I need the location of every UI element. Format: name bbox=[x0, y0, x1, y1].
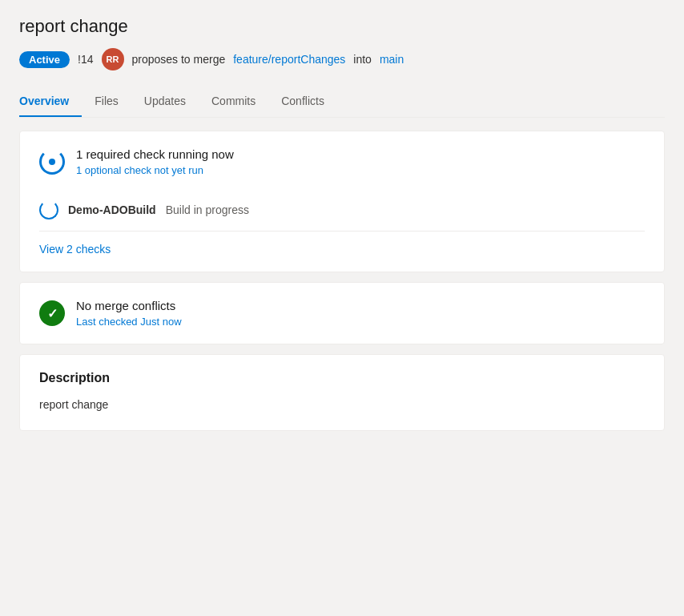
header-row: Active !14 RR proposes to merge feature/… bbox=[19, 48, 665, 70]
check-info: 1 required check running now 1 optional … bbox=[76, 147, 234, 176]
page-container: report change Active !14 RR proposes to … bbox=[0, 0, 684, 616]
last-checked-label: Last checked bbox=[76, 316, 138, 328]
tab-conflicts[interactable]: Conflicts bbox=[268, 87, 337, 117]
merge-info: No merge conflicts Last checked Just now bbox=[76, 299, 182, 328]
active-badge: Active bbox=[19, 51, 70, 68]
check-subtitle: 1 optional check not yet run bbox=[76, 164, 234, 176]
into-text: into bbox=[353, 53, 372, 66]
target-branch-link[interactable]: main bbox=[380, 53, 404, 66]
tabs-nav: Overview Files Updates Commits Conflicts bbox=[19, 87, 665, 118]
no-merge-conflicts-title: No merge conflicts bbox=[76, 299, 182, 312]
tab-overview[interactable]: Overview bbox=[19, 87, 82, 117]
view-checks-link[interactable]: View 2 checks bbox=[39, 232, 111, 256]
page-title: report change bbox=[19, 16, 665, 37]
build-row: Demo-ADOBuild Build in progress bbox=[39, 189, 645, 232]
last-checked-text: Last checked Just now bbox=[76, 316, 182, 328]
check-spinning-icon bbox=[39, 149, 65, 175]
last-checked-time: Just now bbox=[140, 316, 181, 328]
check-header: 1 required check running now 1 optional … bbox=[39, 147, 645, 189]
tab-files[interactable]: Files bbox=[82, 87, 131, 117]
description-text: report change bbox=[39, 398, 645, 411]
proposes-text: proposes to merge bbox=[132, 53, 226, 66]
avatar: RR bbox=[102, 48, 124, 70]
build-spinning-icon bbox=[39, 200, 58, 219]
tab-updates[interactable]: Updates bbox=[131, 87, 199, 117]
description-heading: Description bbox=[39, 371, 645, 385]
tab-commits[interactable]: Commits bbox=[199, 87, 268, 117]
no-conflicts-row: No merge conflicts Last checked Just now bbox=[39, 299, 645, 328]
check-title: 1 required check running now bbox=[76, 147, 234, 161]
build-name: Demo-ADOBuild bbox=[68, 203, 156, 216]
pr-number: !14 bbox=[78, 53, 93, 66]
success-icon bbox=[39, 300, 65, 326]
checks-card: 1 required check running now 1 optional … bbox=[19, 131, 665, 272]
merge-card: No merge conflicts Last checked Just now bbox=[19, 282, 665, 344]
source-branch-link[interactable]: feature/reportChanges bbox=[233, 53, 345, 66]
description-card: Description report change bbox=[19, 354, 665, 431]
main-content: 1 required check running now 1 optional … bbox=[19, 131, 665, 431]
build-status: Build in progress bbox=[166, 203, 249, 216]
